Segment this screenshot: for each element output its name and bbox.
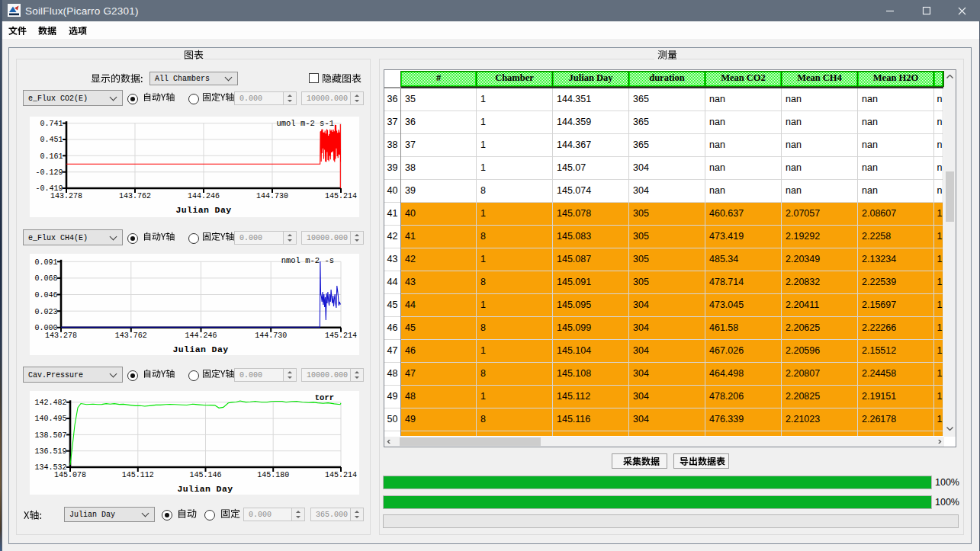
svg-text:145.214: 145.214	[325, 471, 357, 479]
svg-text:145.214: 145.214	[325, 332, 357, 340]
svg-text:143.762: 143.762	[115, 332, 147, 340]
svg-text:0.451: 0.451	[40, 136, 63, 144]
svg-text:144.730: 144.730	[255, 332, 287, 340]
svg-text:Julian Day: Julian Day	[175, 205, 231, 215]
svg-text:Julian Day: Julian Day	[177, 484, 233, 494]
svg-text:nmol m-2 -s: nmol m-2 -s	[281, 256, 334, 265]
svg-text:145.214: 145.214	[325, 192, 357, 200]
svg-text:143.278: 143.278	[45, 332, 77, 340]
svg-text:0.741: 0.741	[40, 120, 63, 128]
svg-text:Julian Day: Julian Day	[172, 344, 228, 354]
svg-text:145.180: 145.180	[257, 471, 289, 479]
svg-text:0.161: 0.161	[40, 152, 63, 161]
svg-text:145.146: 145.146	[189, 471, 221, 479]
svg-text:0.023: 0.023	[34, 308, 57, 316]
svg-text:138.507: 138.507	[34, 431, 66, 440]
svg-text:0.046: 0.046	[34, 291, 57, 300]
svg-text:144.246: 144.246	[188, 192, 220, 200]
svg-text:136.519: 136.519	[34, 447, 66, 456]
svg-text:143.762: 143.762	[119, 192, 151, 200]
svg-text:145.078: 145.078	[54, 471, 86, 479]
svg-text:0.091: 0.091	[34, 258, 57, 267]
svg-text:144.246: 144.246	[185, 332, 217, 340]
svg-text:142.482: 142.482	[34, 399, 66, 407]
svg-text:-0.129: -0.129	[35, 168, 63, 177]
svg-text:torr: torr	[315, 393, 334, 402]
svg-text:144.730: 144.730	[256, 192, 288, 200]
svg-text:umol m-2 s-1: umol m-2 s-1	[276, 119, 334, 128]
svg-text:0.068: 0.068	[34, 274, 57, 283]
svg-text:145.112: 145.112	[122, 471, 154, 479]
svg-text:140.495: 140.495	[34, 415, 66, 423]
svg-text:143.278: 143.278	[50, 192, 82, 200]
